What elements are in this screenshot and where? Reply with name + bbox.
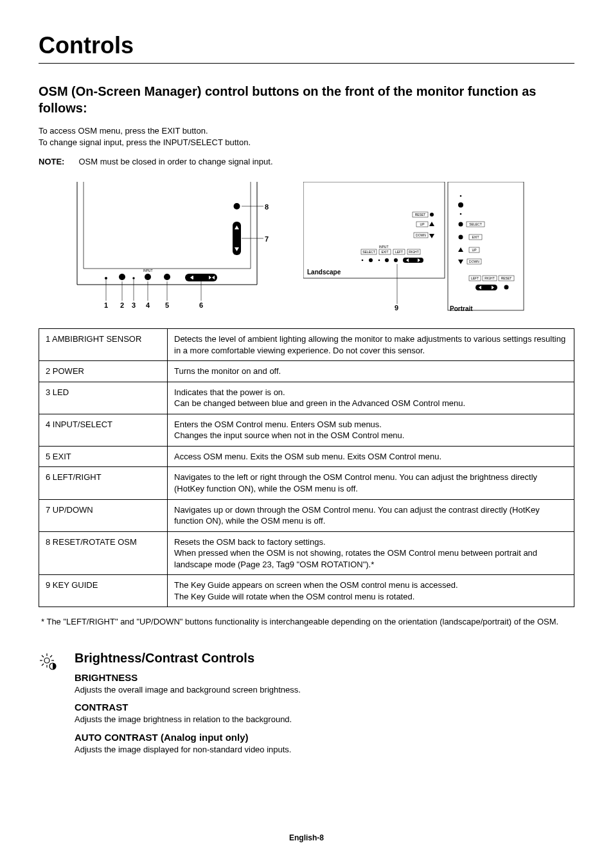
- control-desc: Detects the level of ambient lighting al…: [168, 329, 574, 361]
- control-desc: Access OSM menu. Exits the OSM sub menu.…: [168, 446, 574, 467]
- page-footer: English-8: [0, 833, 613, 842]
- svg-point-49: [394, 258, 398, 262]
- svg-point-47: [378, 260, 380, 261]
- control-label: 3 LED: [39, 382, 168, 414]
- diagram-num-5: 5: [165, 301, 169, 309]
- svg-point-10: [145, 274, 151, 280]
- brightness-contrast-section: Brightness/Contrast Controls BRIGHTNESS …: [39, 651, 574, 756]
- footnote: * The "LEFT/RIGHT" and "UP/DOWN" buttons…: [39, 616, 574, 628]
- control-label: 2 POWER: [39, 361, 168, 382]
- kg-reset: RESET: [415, 213, 426, 217]
- note-label: NOTE:: [39, 157, 64, 166]
- brightness-title: BRIGHTNESS: [75, 672, 301, 683]
- diagram-num-8: 8: [265, 203, 269, 211]
- svg-text:UP: UP: [472, 248, 477, 252]
- brightness-icon: [39, 652, 58, 671]
- svg-marker-35: [429, 234, 434, 238]
- control-label: 5 EXIT: [39, 446, 168, 467]
- note-row: NOTE: OSM must be closed in order to cha…: [39, 157, 574, 166]
- svg-point-11: [164, 274, 170, 280]
- table-row: 4 INPUT/SELECTEnters the OSM Control men…: [39, 414, 574, 446]
- svg-line-85: [42, 655, 44, 657]
- diagram-num-9: 9: [395, 304, 398, 312]
- svg-point-29: [430, 213, 434, 217]
- table-row: 3 LEDIndicates that the power is on.Can …: [39, 382, 574, 414]
- auto-contrast-title: AUTO CONTRAST (Analog input only): [75, 732, 301, 743]
- diagram-num-7: 7: [265, 235, 269, 243]
- intro-line-1: To access OSM menu, press the EXIT butto…: [39, 125, 574, 137]
- diagram-keyguide-svg: RESET UP DOWN INPUT SELECT EXIT LEFT RIG…: [303, 182, 547, 317]
- svg-point-48: [385, 258, 389, 262]
- brightness-contrast-body: Brightness/Contrast Controls BRIGHTNESS …: [75, 651, 301, 756]
- svg-line-87: [42, 664, 44, 666]
- svg-rect-50: [403, 258, 423, 263]
- control-desc: Indicates that the power is on.Can be ch…: [168, 382, 574, 414]
- table-row: 8 RESET/ROTATE OSMResets the OSM back to…: [39, 531, 574, 575]
- page-title: Controls: [39, 32, 574, 64]
- svg-text:EXIT: EXIT: [472, 235, 479, 239]
- diagram-keyguide: RESET UP DOWN INPUT SELECT EXIT LEFT RIG…: [303, 182, 547, 317]
- svg-text:UP: UP: [420, 222, 425, 226]
- svg-line-88: [50, 655, 52, 657]
- diagram-landscape: INPUT 1 2: [64, 182, 280, 310]
- contrast-title: CONTRAST: [75, 702, 301, 713]
- control-label: 1 AMBIBRIGHT SENSOR: [39, 329, 168, 361]
- svg-rect-54: [448, 182, 524, 310]
- diagram-num-4: 4: [146, 301, 150, 309]
- control-label: 8 RESET/ROTATE OSM: [39, 531, 168, 575]
- diagram-landscape-svg: INPUT: [64, 182, 280, 310]
- controls-table: 1 AMBIBRIGHT SENSORDetects the level of …: [39, 328, 574, 607]
- svg-point-18: [234, 203, 240, 209]
- diagram-num-6: 6: [199, 301, 203, 309]
- svg-point-7: [119, 274, 125, 280]
- diagram-num-1: 1: [104, 301, 108, 309]
- table-row: 6 LEFT/RIGHTNavigates to the left or rig…: [39, 467, 574, 499]
- control-label: 9 KEY GUIDE: [39, 575, 168, 607]
- control-label: 6 LEFT/RIGHT: [39, 467, 168, 499]
- table-row: 7 UP/DOWNNavigates up or down through th…: [39, 499, 574, 531]
- svg-text:LEFT: LEFT: [471, 276, 479, 280]
- diagrams-container: INPUT 1 2: [64, 182, 574, 317]
- svg-point-79: [504, 285, 509, 290]
- control-desc: Navigates to the left or right through t…: [168, 467, 574, 499]
- svg-text:SELECT: SELECT: [469, 222, 481, 226]
- auto-contrast-text: Adjusts the image displayed for non-stan…: [75, 744, 301, 756]
- svg-text:RESET: RESET: [501, 276, 512, 280]
- contrast-text: Adjusts the image brightness in relation…: [75, 714, 301, 725]
- svg-marker-64: [458, 247, 463, 252]
- svg-text:LEFT: LEFT: [395, 250, 403, 254]
- svg-text:EXIT: EXIT: [381, 250, 388, 254]
- diagram-num-3: 3: [132, 301, 136, 309]
- svg-text:SELECT: SELECT: [362, 250, 375, 254]
- svg-point-55: [460, 195, 462, 197]
- bc-heading: Brightness/Contrast Controls: [75, 651, 301, 666]
- svg-text:DOWN: DOWN: [416, 233, 426, 237]
- portrait-label: Portrait: [450, 305, 473, 312]
- brightness-text: Adjusts the overall image and background…: [75, 684, 301, 696]
- svg-point-45: [362, 260, 364, 261]
- control-desc: Enters the OSM Control menu. Enters OSM …: [168, 414, 574, 446]
- svg-text:RIGHT: RIGHT: [409, 250, 419, 254]
- control-desc: Navigates up or down through the OSM Con…: [168, 499, 574, 531]
- diagram-num-2: 2: [120, 301, 124, 309]
- landscape-label: Landscape: [307, 269, 341, 276]
- svg-point-58: [459, 222, 463, 227]
- control-desc: Turns the monitor on and off.: [168, 361, 574, 382]
- control-label: 7 UP/DOWN: [39, 499, 168, 531]
- table-row: 2 POWERTurns the monitor on and off.: [39, 361, 574, 382]
- control-desc: The Key Guide appears on screen when the…: [168, 575, 574, 607]
- svg-text:INPUT: INPUT: [143, 269, 153, 272]
- svg-point-80: [44, 658, 49, 663]
- svg-rect-27: [303, 182, 445, 278]
- svg-text:DOWN: DOWN: [469, 260, 479, 263]
- table-row: 5 EXITAccess OSM menu. Exits the OSM sub…: [39, 446, 574, 467]
- section-heading: OSM (On-Screen Manager) control buttons …: [39, 83, 574, 116]
- table-row: 9 KEY GUIDEThe Key Guide appears on scre…: [39, 575, 574, 607]
- control-label: 4 INPUT/SELECT: [39, 414, 168, 446]
- svg-point-46: [369, 258, 373, 262]
- control-desc: Resets the OSM back to factory settings.…: [168, 531, 574, 575]
- svg-point-57: [460, 213, 462, 215]
- svg-marker-67: [458, 260, 463, 264]
- svg-point-6: [105, 277, 107, 279]
- intro-line-2: To change signal input, press the INPUT/…: [39, 137, 574, 148]
